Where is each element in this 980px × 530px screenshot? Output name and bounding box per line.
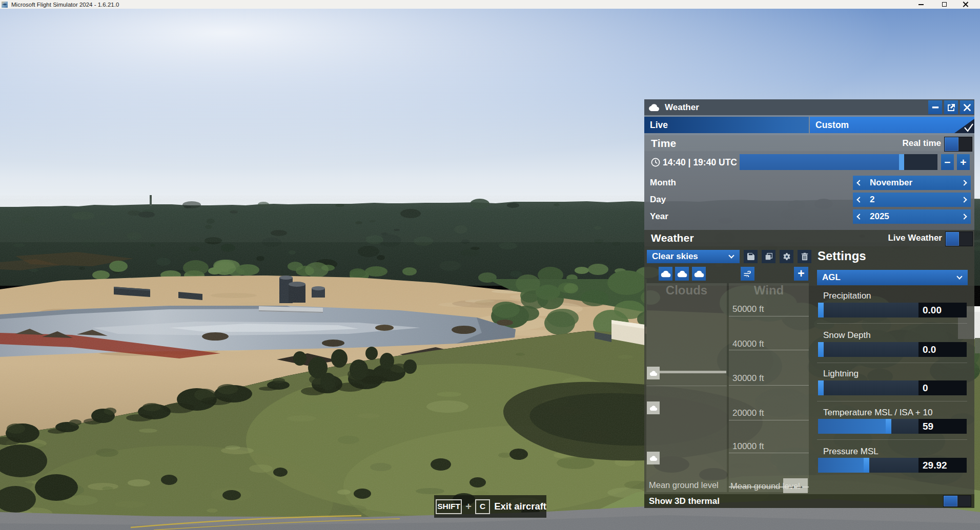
- panel-minimize-button[interactable]: [928, 100, 942, 114]
- panel-title: Weather: [665, 102, 699, 113]
- chevron-left-icon: [856, 197, 862, 202]
- window-close-button[interactable]: [956, 0, 980, 9]
- year-value: 2025: [870, 211, 889, 222]
- panel-header[interactable]: Weather: [644, 99, 974, 115]
- year-prev-button[interactable]: [853, 209, 866, 224]
- exit-aircraft-hint: SHIFT + C Exit aircraft: [434, 495, 546, 518]
- trash-icon: [801, 253, 808, 261]
- cloud-icon: [649, 371, 658, 376]
- save-preset-button[interactable]: [744, 250, 758, 263]
- month-next-button[interactable]: [957, 176, 971, 190]
- time-slider-thumb[interactable]: [899, 154, 904, 170]
- weather-section-title: Weather: [651, 232, 694, 244]
- panel-close-button[interactable]: [960, 100, 974, 114]
- app-window: { "window": { "title": "Microsoft Flight…: [0, 0, 980, 530]
- year-row: Year 2025: [644, 209, 974, 224]
- window-maximize-button[interactable]: [933, 0, 956, 9]
- popout-icon: [947, 103, 955, 111]
- day-row: Day 2: [644, 193, 974, 207]
- clouds-column: Clouds Mean ground level: [646, 283, 727, 492]
- cloud-layer-handle-2[interactable]: [647, 401, 660, 414]
- chevron-down-icon: [728, 252, 734, 258]
- lightning-slider[interactable]: 0: [818, 380, 967, 395]
- clouds-ground-label: Mean ground level: [649, 480, 719, 490]
- month-value: November: [870, 178, 912, 188]
- delete-preset-button[interactable]: [798, 250, 811, 263]
- weather-preset-dropdown[interactable]: Clear skies: [647, 250, 740, 263]
- chevron-down-icon: [956, 273, 962, 279]
- time-display: 14:40 | 19:40 UTC: [663, 157, 737, 168]
- clouds-column-title: Clouds: [646, 283, 727, 298]
- real-time-toggle[interactable]: [944, 137, 972, 152]
- tab-custom[interactable]: Custom: [810, 117, 974, 133]
- preset-settings-button[interactable]: [780, 250, 793, 263]
- copy-preset-button[interactable]: [762, 250, 775, 263]
- day-next-button[interactable]: [957, 193, 971, 207]
- time-decrease-button[interactable]: −: [941, 154, 954, 170]
- add-layer-button[interactable]: +: [794, 267, 808, 281]
- day-prev-button[interactable]: [853, 193, 866, 207]
- altitude-tick: 10000 ft: [732, 441, 764, 452]
- snow-depth-slider[interactable]: 0.0: [818, 342, 967, 357]
- cloud-layer-handle-1[interactable]: [647, 367, 660, 379]
- panel-popout-button[interactable]: [944, 100, 958, 114]
- cloud-icon: [649, 456, 658, 461]
- slider-thumb[interactable]: [886, 419, 891, 434]
- cloud-layer-track[interactable]: [660, 371, 726, 373]
- lightning-value: 0: [923, 383, 928, 394]
- precipitation-slider[interactable]: 0.00: [818, 303, 967, 317]
- cloud-icon: [677, 270, 687, 277]
- altitude-tick-line: [729, 420, 809, 420]
- show-3d-thermal-toggle[interactable]: [943, 495, 971, 507]
- altitude-mode-dropdown[interactable]: AGL: [817, 270, 968, 285]
- temperature-slider[interactable]: 59: [818, 419, 967, 434]
- pressure-slider[interactable]: 29.92: [818, 458, 967, 473]
- tab-live[interactable]: Live: [644, 117, 809, 133]
- cloud-layer-3-button[interactable]: [692, 267, 706, 281]
- chevron-right-icon: [961, 197, 967, 202]
- chevron-right-icon: [961, 180, 967, 185]
- wind-layer-handle[interactable]: →→: [783, 478, 808, 493]
- temperature-valuebox: 59: [918, 419, 967, 434]
- altitude-tick-line: [729, 350, 809, 350]
- slider-thumb[interactable]: [818, 342, 824, 357]
- slider-thumb[interactable]: [818, 303, 824, 317]
- altitude-tick: 50000 ft: [732, 304, 764, 314]
- cloud-layer-handle-3[interactable]: [647, 452, 660, 464]
- live-weather-label: Live Weather: [888, 233, 942, 243]
- month-prev-button[interactable]: [853, 176, 866, 190]
- save-icon: [747, 253, 754, 260]
- window-title: Microsoft Flight Simulator 2024 - 1.6.21…: [11, 2, 119, 8]
- precipitation-value: 0.00: [923, 305, 942, 316]
- month-stepper: November: [853, 176, 971, 190]
- snow-depth-label: Snow Depth: [823, 330, 871, 341]
- altitude-mode-value: AGL: [822, 272, 841, 283]
- cloud-icon: [660, 270, 671, 277]
- lightning-label: Lightning: [823, 369, 859, 379]
- snow-depth-valuebox: 0.0: [918, 342, 967, 357]
- altitude-tick-line: [729, 385, 809, 386]
- year-stepper: 2025: [853, 209, 971, 224]
- time-slider[interactable]: [740, 154, 937, 170]
- altitude-tick: 40000 ft: [732, 339, 764, 349]
- settings-separator: [817, 323, 967, 324]
- tab-selected-checkmark: [954, 119, 974, 133]
- temperature-value: 59: [923, 421, 933, 432]
- altitude-tick: 20000 ft: [732, 408, 764, 418]
- weather-panel: Weather Live Custom Time Real time: [644, 99, 974, 508]
- live-weather-toggle[interactable]: [945, 231, 973, 246]
- cloud-layer-2-button[interactable]: [675, 267, 689, 281]
- year-next-button[interactable]: [957, 209, 971, 224]
- slider-thumb[interactable]: [864, 458, 869, 473]
- window-minimize-button[interactable]: [909, 0, 933, 9]
- month-label: Month: [650, 178, 676, 188]
- day-label: Day: [650, 195, 666, 205]
- slider-thumb[interactable]: [818, 380, 824, 395]
- minimize-icon: [918, 4, 924, 5]
- cloud-layer-1-button[interactable]: [659, 267, 672, 281]
- time-increase-button[interactable]: +: [957, 154, 970, 170]
- settings-title: Settings: [818, 249, 866, 263]
- settings-separator: [817, 363, 967, 363]
- pressure-value: 29.92: [923, 460, 947, 471]
- wind-layer-button[interactable]: [741, 267, 754, 281]
